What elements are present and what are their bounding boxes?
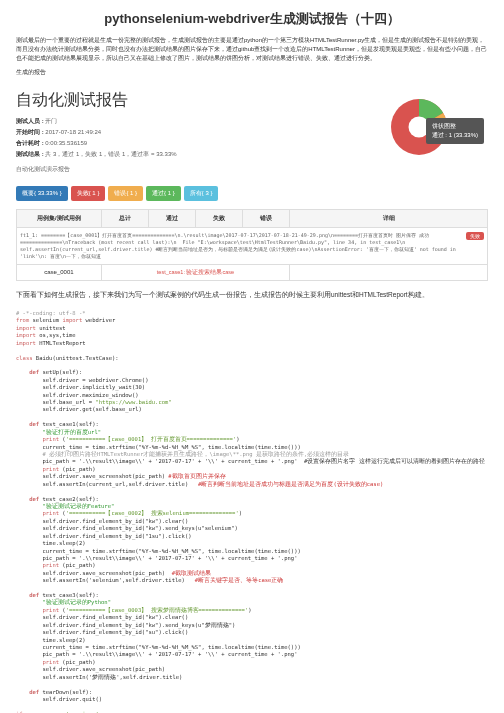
- intro-para-1: 测试最后的一个重要的过程就是生成一份完整的测试报告，生成测试报告的主要是通过py…: [16, 36, 488, 63]
- th-fail: 失败: [195, 210, 242, 228]
- filter-fail[interactable]: 失败{ 1 }: [71, 186, 106, 201]
- trace-text: ft1_1: ========【case_0001】打开百度首页========…: [20, 232, 484, 260]
- intro-block: 测试最后的一个重要的过程就是生成一份完整的测试报告，生成测试报告的主要是通过py…: [0, 36, 504, 77]
- page-title: pythonselenium-webdriver生成测试报告（十四）: [0, 0, 504, 36]
- th-total: 总计: [101, 210, 148, 228]
- th-error: 错误: [243, 210, 290, 228]
- th-detail: 详细: [290, 210, 488, 228]
- table-row-detail: 失败 ft1_1: ========【case_0001】打开百度首页=====…: [17, 228, 488, 265]
- pie-tooltip: 饼状图整 通过 : 1 (33.33%): [426, 118, 484, 144]
- filter-all[interactable]: 所有{ 3 }: [184, 186, 219, 201]
- cell-caseid: case_0001: [17, 265, 102, 281]
- filter-error[interactable]: 错误{ 1 }: [108, 186, 143, 201]
- case-link[interactable]: test_case1: 验证搜索结果case: [157, 269, 234, 275]
- intro-para-2: 生成的报告: [16, 68, 488, 77]
- th-case: 用例集/测试用例: [17, 210, 102, 228]
- fail-badge: 失败: [466, 232, 484, 240]
- filter-row: 概要{ 33.33% } 失败{ 1 } 错误{ 1 } 通过{ 1 } 所有{…: [0, 182, 504, 205]
- report-desc: 自动化测试演示报告: [16, 165, 488, 174]
- result-table: 用例集/测试用例 总计 通过 失败 错误 详细 失败 ft1_1: ======…: [16, 209, 488, 281]
- table-row: case_0001 test_case1: 验证搜索结果case: [17, 265, 488, 281]
- filter-pass[interactable]: 通过{ 1 }: [146, 186, 181, 201]
- th-pass: 通过: [148, 210, 195, 228]
- code-block: # -*-coding: utf-8 -* from selenium impo…: [0, 306, 504, 713]
- section-text: 下面看下如何生成报告，接下来我们为写一个测试案例的代码生成一份报告，生成报告的时…: [0, 285, 504, 306]
- filter-summary[interactable]: 概要{ 33.33% }: [16, 186, 68, 201]
- report-header: 自动化测试报告 测试人员 : 开门 开始时间 : 2017-07-18 21:4…: [0, 82, 504, 182]
